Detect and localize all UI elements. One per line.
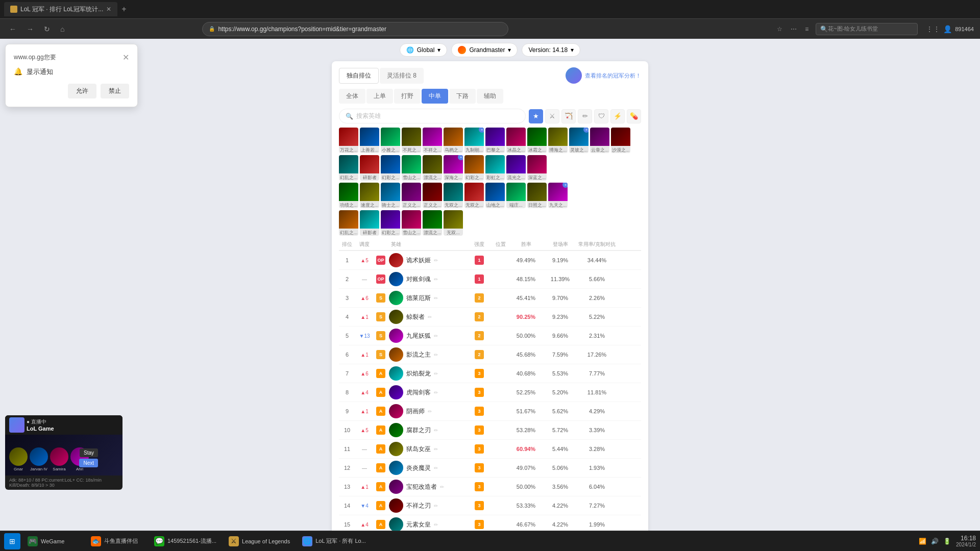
edit-13[interactable]: ✏: [440, 484, 444, 490]
profile-icon[interactable]: 👤: [943, 25, 952, 33]
tab-mid[interactable]: 中单: [422, 89, 448, 104]
back-btn[interactable]: ←: [6, 23, 19, 35]
taskbar-wegame[interactable]: 🎮 WeGame: [22, 533, 84, 549]
profile-section[interactable]: 查看排名的冠军分析！: [566, 67, 641, 84]
quick-champ-35[interactable]: +九天之...: [548, 183, 568, 208]
table-row[interactable]: 12 — A 炎炎魔灵✏ 3 49.07% 5.06% 1.93%: [339, 459, 641, 478]
edit-10[interactable]: ✏: [434, 428, 438, 433]
table-row[interactable]: 6 ▲1 S 影流之主✏ 2 45.68% 7.59% 17.26%: [339, 345, 641, 364]
tab-support[interactable]: 辅助: [477, 89, 503, 104]
quick-champ-27[interactable]: 骑士之...: [381, 183, 400, 208]
refresh-btn[interactable]: ↻: [41, 23, 53, 35]
champ-info-9[interactable]: 阴画师✏: [389, 404, 465, 418]
quick-champ-14[interactable]: 沙漠之...: [611, 128, 630, 153]
quick-champ-34[interactable]: 日照之...: [527, 183, 547, 208]
quick-champ-22[interactable]: 彩虹之...: [485, 155, 505, 181]
quick-champ-36[interactable]: 幻乱之...: [339, 210, 358, 236]
champ-info-6[interactable]: 影流之主✏: [389, 347, 465, 362]
quick-champ-26[interactable]: 速度之...: [360, 183, 379, 208]
edit-8[interactable]: ✏: [434, 390, 438, 395]
quick-champ-33[interactable]: 端庄...: [506, 183, 526, 208]
table-row[interactable]: 13 ▲1 A 宝犯改造者✏ 3 50.00% 3.56% 6.04%: [339, 478, 641, 496]
profile-link[interactable]: 查看排名的冠军分析！: [585, 72, 641, 80]
filter-tank[interactable]: 🛡: [594, 109, 608, 123]
quick-champ-32[interactable]: 山地之...: [485, 183, 505, 208]
allow-btn[interactable]: 允许: [68, 84, 96, 98]
start-btn[interactable]: ⊞: [4, 533, 20, 549]
table-row[interactable]: 11 — A 狱岛女巫✏ 3 60.94% 5.44% 3.28%: [339, 440, 641, 459]
quick-champ-3[interactable]: 小雅之...: [381, 128, 400, 153]
quick-champ-7[interactable]: +九制朝...: [464, 128, 484, 153]
settings-btn[interactable]: ≡: [802, 23, 812, 35]
quick-champ-5[interactable]: 不祥之...: [423, 128, 442, 153]
edit-14[interactable]: ✏: [434, 503, 438, 509]
quick-champ-23[interactable]: 流光之...: [506, 155, 526, 181]
filter-marksman[interactable]: 🏹: [561, 109, 576, 123]
quick-champ-16[interactable]: 碎影者: [360, 155, 379, 181]
tab-top[interactable]: 上单: [366, 89, 393, 104]
extensions-btn[interactable]: ⋯: [788, 23, 800, 35]
stay-btn[interactable]: Stay: [80, 448, 98, 457]
tab-all[interactable]: 全体: [339, 89, 365, 104]
edit-5[interactable]: ✏: [434, 333, 438, 339]
quick-champ-29[interactable]: 正义之...: [423, 183, 442, 208]
champ-info-11[interactable]: 狱岛女巫✏: [389, 442, 465, 456]
edit-4[interactable]: ✏: [428, 314, 432, 320]
quick-champ-8[interactable]: 巴黎之...: [485, 128, 505, 153]
edit-15[interactable]: ✏: [434, 522, 438, 528]
browser-tab[interactable]: LoL 冠军 · 排行 LoL冠军统计... ✕: [4, 2, 117, 16]
table-row[interactable]: 10 ▲5 A 腐群之刃✏ 3 53.28% 5.72% 3.39%: [339, 421, 641, 440]
filter-mage[interactable]: ✏: [578, 109, 592, 123]
taskbar-douyu[interactable]: 🐟 斗鱼直播伴侣: [86, 533, 147, 549]
deny-btn[interactable]: 禁止: [101, 84, 129, 98]
quick-champ-18[interactable]: 雪山之...: [402, 155, 421, 181]
edit-6[interactable]: ✏: [434, 352, 438, 358]
champ-info-4[interactable]: 鲸裂者✏: [389, 310, 465, 324]
browser-search-bar[interactable]: 🔍 花~图-绘女儿练书堂: [816, 23, 918, 35]
quick-champ-19[interactable]: 漂流之...: [423, 155, 442, 181]
table-row[interactable]: 4 ▲1 S 鲸裂者✏ 2 90.25% 9.23% 5.22%: [339, 308, 641, 327]
quick-champ-28[interactable]: 正义之...: [402, 183, 421, 208]
quick-champ-25[interactable]: 功绩之...: [339, 183, 358, 208]
champ-info-1[interactable]: 诡术妖姬✏: [389, 253, 465, 267]
table-row[interactable]: 9 ▲1 A 阴画师✏ 3 51.67% 5.62% 4.29%: [339, 402, 641, 421]
quick-champ-31[interactable]: 无双之...: [464, 183, 484, 208]
quick-champ-12[interactable]: +灵玻之...: [569, 128, 589, 153]
champ-info-14[interactable]: 不祥之刃✏: [389, 498, 465, 513]
quick-champ-37[interactable]: 碎影者: [360, 210, 379, 236]
region-select[interactable]: 🌐 Global ▾: [400, 43, 448, 57]
edit-1[interactable]: ✏: [434, 258, 438, 263]
new-tab-btn[interactable]: +: [117, 5, 130, 14]
solo-rank-tab[interactable]: 独自排位: [339, 68, 379, 84]
edit-2[interactable]: ✏: [434, 277, 438, 282]
champ-info-15[interactable]: 元素女皇✏: [389, 517, 465, 531]
tab-close-btn[interactable]: ✕: [106, 6, 111, 13]
home-btn[interactable]: ⌂: [57, 23, 67, 35]
table-row[interactable]: 15 ▲4 A 元素女皇✏ 3 46.67% 4.22% 1.99%: [339, 515, 641, 531]
quick-champ-38[interactable]: 幻彩之...: [381, 210, 400, 236]
quick-champ-17[interactable]: 幻彩之...: [381, 155, 400, 181]
filter-support[interactable]: 💊: [627, 109, 641, 123]
quick-champ-41[interactable]: 无双...: [444, 210, 463, 236]
edit-11[interactable]: ✏: [434, 446, 438, 452]
apps-icon[interactable]: ⋮⋮: [926, 25, 940, 33]
filter-assassin[interactable]: ⚔: [545, 109, 559, 123]
popup-close-btn[interactable]: ✕: [122, 53, 129, 62]
url-bar[interactable]: 🔒 https://www.op.gg/champions?position=m…: [202, 22, 508, 36]
table-row[interactable]: 3 ▲6 S 德莱厄斯✏ 2 45.41% 9.70% 2.26%: [339, 289, 641, 308]
quick-champ-20[interactable]: +深海之...: [444, 155, 463, 181]
table-row[interactable]: 2 — OP 对账剑魂✏ 1 48.15% 11.39% 5.66%: [339, 270, 641, 289]
quick-champ-10[interactable]: 冰霜之...: [527, 128, 547, 153]
tab-bot[interactable]: 下路: [449, 89, 476, 104]
quick-champ-40[interactable]: 漂流之...: [423, 210, 442, 236]
next-btn[interactable]: Next: [79, 459, 98, 467]
quick-champ-6[interactable]: 乌鸦之...: [444, 128, 463, 153]
quick-champ-13[interactable]: 云章之...: [590, 128, 609, 153]
table-row[interactable]: 7 ▲6 A 炽焰裂龙✏ 3 40.68% 5.53% 7.77%: [339, 364, 641, 383]
champ-info-13[interactable]: 宝犯改造者✏: [389, 480, 465, 494]
edit-9[interactable]: ✏: [428, 409, 432, 414]
quick-champ-9[interactable]: 冰晶之...: [506, 128, 526, 153]
quick-champ-1[interactable]: 万花之...: [339, 128, 358, 153]
flex-rank-tab[interactable]: 灵活排位 8: [380, 68, 424, 84]
table-row[interactable]: 8 ▲4 A 虎闯剑客✏ 3 52.25% 5.20% 11.81%: [339, 383, 641, 402]
